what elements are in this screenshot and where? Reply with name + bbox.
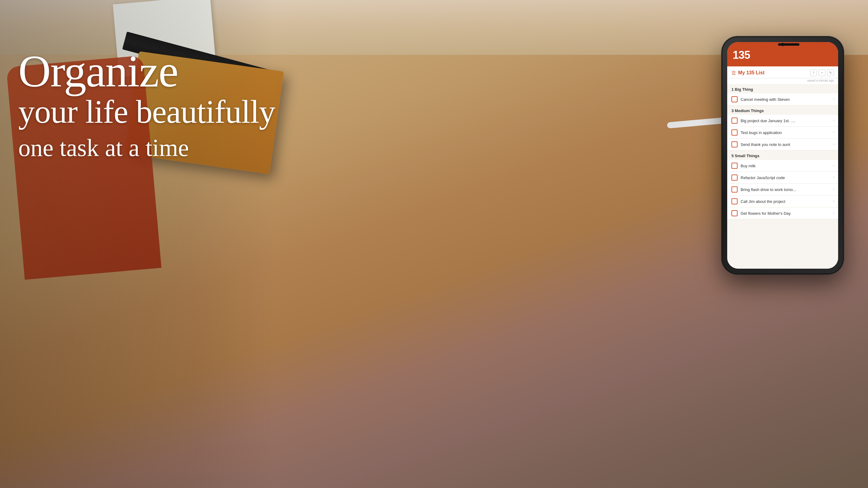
list-actions: ? × ✎ bbox=[810, 69, 834, 76]
section-header-medium: 3 Medium Things bbox=[727, 105, 838, 115]
hero-line-1: Organize bbox=[18, 49, 275, 94]
task-item[interactable]: Test bugs in application bbox=[727, 127, 838, 139]
info-button[interactable]: ? bbox=[810, 69, 817, 76]
phone-frame: 135 ☰ My 135 List ? × ✎ saved a minute a… bbox=[722, 37, 844, 274]
task-item[interactable]: Get flowers for Mother's Day bbox=[727, 207, 838, 219]
task-text: Send thank you note to aunt bbox=[741, 142, 834, 147]
list-icon: ☰ bbox=[732, 70, 736, 76]
saved-status: saved a minute ago bbox=[727, 78, 838, 84]
task-checkbox[interactable] bbox=[732, 141, 738, 148]
edit-button[interactable]: ✎ bbox=[827, 69, 834, 76]
task-checkbox[interactable] bbox=[732, 174, 738, 181]
task-checkbox[interactable] bbox=[732, 198, 738, 204]
task-list[interactable]: 1 Big Thing Cancel meeting with Steven 3… bbox=[727, 84, 838, 269]
task-item[interactable]: Big project due January 1st. .... bbox=[727, 115, 838, 127]
hero-text: Organize your life beautifully one task … bbox=[18, 49, 275, 162]
task-text: Bring flash drive to work tomo... bbox=[741, 187, 834, 192]
list-header: ☰ My 135 List ? × ✎ bbox=[727, 66, 838, 78]
phone-speaker bbox=[778, 43, 799, 46]
task-checkbox[interactable] bbox=[732, 118, 738, 124]
close-button[interactable]: × bbox=[818, 69, 825, 76]
task-checkbox[interactable] bbox=[732, 163, 738, 169]
task-checkbox[interactable] bbox=[732, 210, 738, 216]
app-logo: 135 bbox=[733, 49, 833, 62]
task-checkbox[interactable] bbox=[732, 129, 738, 135]
task-item[interactable]: Refactor JavaScript code bbox=[727, 172, 838, 184]
task-item[interactable]: Call Jim about the project bbox=[727, 196, 838, 207]
task-item[interactable]: Cancel meeting with Steven bbox=[727, 94, 838, 105]
list-title: My 135 List bbox=[738, 70, 764, 75]
hero-line-3: one task at a time bbox=[18, 133, 275, 162]
task-item[interactable]: Send thank you note to aunt bbox=[727, 139, 838, 151]
task-text: Call Jim about the project bbox=[741, 199, 834, 204]
task-text: Cancel meeting with Steven bbox=[741, 97, 834, 102]
section-header-big: 1 Big Thing bbox=[727, 84, 838, 94]
phone-screen: 135 ☰ My 135 List ? × ✎ saved a minute a… bbox=[727, 42, 838, 269]
task-text: Refactor JavaScript code bbox=[741, 175, 834, 180]
task-text: Test bugs in application bbox=[741, 130, 834, 135]
phone-device: 135 ☰ My 135 List ? × ✎ saved a minute a… bbox=[722, 37, 844, 274]
task-item[interactable]: Bring flash drive to work tomo... bbox=[727, 184, 838, 196]
list-title-row: ☰ My 135 List bbox=[732, 70, 764, 76]
task-text: Big project due January 1st. .... bbox=[741, 119, 834, 123]
task-text: Get flowers for Mother's Day bbox=[741, 211, 834, 216]
section-header-small: 5 Small Things bbox=[727, 151, 838, 160]
task-checkbox[interactable] bbox=[732, 187, 738, 193]
hero-line-2: your life beautifully bbox=[18, 94, 275, 130]
task-checkbox[interactable] bbox=[732, 96, 738, 102]
task-text: Buy milk bbox=[741, 164, 834, 168]
task-item[interactable]: Buy milk bbox=[727, 160, 838, 172]
